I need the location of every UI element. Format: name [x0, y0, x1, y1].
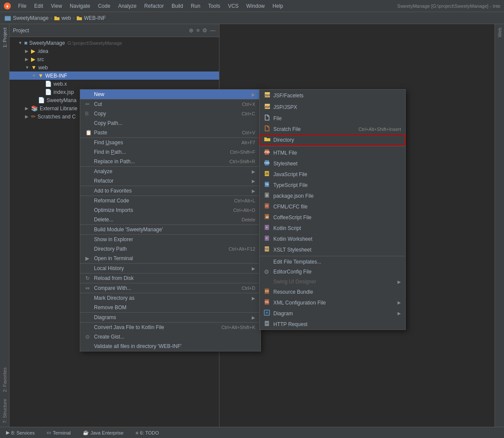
webinf-folder-icon: ▼ [38, 72, 44, 79]
menu-build[interactable]: Build [168, 2, 187, 10]
sub-xml[interactable]: XML XML Configuration File ▶ [260, 297, 405, 308]
java-enterprise-tab[interactable]: ☕ Java Enterprise [80, 429, 126, 436]
sub-pkg[interactable]: {} package.json File [260, 190, 405, 201]
tree-arrow-web: ▼ [25, 65, 31, 70]
ctx-show-explorer[interactable]: Show in Explorer [80, 234, 260, 244]
sub-html[interactable]: HTML HTML File [260, 147, 405, 158]
menu-window[interactable]: Window [243, 2, 268, 10]
ctx-remove-bom[interactable]: Remove BOM [80, 303, 260, 312]
ctx-paste[interactable]: 📋 Paste Ctrl+V [80, 128, 260, 137]
sub-jsf[interactable]: JSF JSF/Facelets [260, 90, 405, 101]
menu-view[interactable]: View [47, 2, 66, 10]
svg-text:JSF: JSF [264, 93, 271, 97]
ctx-new[interactable]: New ▶ [80, 90, 260, 99]
ctx-cut[interactable]: ✂ Cut Ctrl+X [80, 99, 260, 109]
favorites-tab[interactable]: 2: Favorites [1, 364, 9, 395]
sub-ts[interactable]: TS TypeScript File [260, 180, 405, 190]
project-tab[interactable]: 1: Project [1, 24, 9, 51]
web-tab[interactable]: Web [496, 24, 504, 40]
tree-item-webx[interactable]: 📄 web.x [9, 80, 219, 88]
ctx-copy[interactable]: ⎘ Copy Ctrl+C [80, 109, 260, 118]
ctx-diagrams[interactable]: Diagrams ▶ [80, 312, 260, 322]
ctx-compare[interactable]: ⇔ Compare With... Ctrl+D [80, 283, 260, 293]
sub-css[interactable]: CSS Stylesheet [260, 158, 405, 169]
sub-css-label: Stylesheet [273, 161, 401, 167]
ctx-local-history[interactable]: Local History ▶ [80, 263, 260, 273]
ctx-new-label: New [94, 91, 250, 97]
ctx-terminal[interactable]: ▶ Open in Terminal [80, 254, 260, 263]
menu-help[interactable]: Help [269, 2, 287, 10]
sub-html-label: HTML File [273, 150, 401, 156]
webx-file-icon: 📄 [45, 81, 52, 87]
menu-navigate[interactable]: Navigate [66, 2, 94, 10]
menu-refactor[interactable]: Refactor [141, 2, 167, 10]
ctx-validate[interactable]: Validate all files in directory 'WEB-INF… [80, 342, 260, 351]
filter-icon[interactable]: ≡ [196, 27, 200, 34]
sub-xslt[interactable]: XSL XSLT Stylesheet [260, 244, 405, 255]
tree-item-webinf[interactable]: ▼ ▼ WEB-INF [9, 71, 219, 80]
reload-icon: ↻ [85, 275, 94, 281]
sub-editorconfig[interactable]: ⚙ EditorConfig File [260, 267, 405, 277]
sub-jsp-label: JSP/JSPX [273, 104, 401, 110]
sub-js[interactable]: JS JavaScript File [260, 169, 405, 180]
minimize-icon[interactable]: — [210, 27, 216, 34]
tree-item-idea[interactable]: ▶ ▶ .idea [9, 47, 219, 55]
ctx-delete[interactable]: Delete... Delete [80, 215, 260, 224]
sub-kotlin-worksheet[interactable]: K Kotlin Worksheet [260, 233, 405, 244]
tree-item-web[interactable]: ▼ ▼ web [9, 63, 219, 71]
sub-file[interactable]: File [260, 113, 405, 124]
ctx-java-kotlin-shortcut: Ctrl+Alt+Shift+K [221, 325, 255, 330]
ctx-analyze[interactable]: Analyze ▶ [80, 166, 260, 176]
menu-tools[interactable]: Tools [205, 2, 224, 10]
ctx-dir-path[interactable]: Directory Path Ctrl+Alt+F12 [80, 244, 260, 254]
services-tab[interactable]: ▶ 8: Services [3, 429, 37, 436]
breadcrumb-webinf[interactable]: WEB-INF [84, 15, 106, 21]
sub-coffee[interactable]: ☕ CoffeeScript File [260, 212, 405, 223]
ctx-refactor[interactable]: Refactor ▶ [80, 176, 260, 186]
ctx-find-path[interactable]: Find in Path... Ctrl+Shift+F [80, 147, 260, 157]
tree-item-root[interactable]: ▼ ■ SweetyManage G:\project\SweetyManage [9, 39, 219, 47]
sub-scratch[interactable]: Scratch File Ctrl+Alt+Shift+Insert [260, 124, 405, 134]
sub-kotlin-script[interactable]: K Kotlin Script [260, 223, 405, 233]
tree-item-src[interactable]: ▶ ▶ src [9, 55, 219, 63]
ctx-build-module[interactable]: Build Module 'SweetyManage' [80, 224, 260, 234]
ctx-compare-label: Compare With... [94, 285, 233, 291]
ctx-java-kotlin[interactable]: Convert Java File to Kotlin File Ctrl+Al… [80, 322, 260, 332]
terminal-tab[interactable]: ▭ Terminal [44, 429, 73, 436]
ctx-mark-dir[interactable]: Mark Directory as ▶ [80, 293, 260, 303]
ctx-optimize[interactable]: Optimize Imports Ctrl+Alt+O [80, 205, 260, 215]
ctx-copy-path[interactable]: Copy Path... [80, 118, 260, 128]
breadcrumb-web[interactable]: web [62, 15, 71, 21]
jsp-icon: JSP [264, 103, 273, 111]
menu-run[interactable]: Run [188, 2, 204, 10]
ctx-replace-path[interactable]: Replace in Path... Ctrl+Shift+R [80, 157, 260, 166]
ctx-find-usages[interactable]: Find Usages Alt+F7 [80, 137, 260, 147]
menu-edit[interactable]: Edit [31, 2, 47, 10]
ctx-gist[interactable]: ⊙ Create Gist... [80, 332, 260, 342]
menu-code[interactable]: Code [94, 2, 114, 10]
sub-jsp[interactable]: JSP JSP/JSPX [260, 101, 405, 113]
sub-edit-templates[interactable]: Edit File Templates... [260, 257, 405, 267]
ctx-optimize-shortcut: Ctrl+Alt+O [233, 208, 255, 213]
ctx-reload[interactable]: ↻ Reload from Disk [80, 273, 260, 283]
structure-tab[interactable]: 7: Structure [1, 395, 9, 427]
sub-editorconfig-label: EditorConfig File [273, 269, 401, 275]
src-folder-icon: ▶ [31, 56, 35, 62]
ctx-reformat[interactable]: Reformat Code Ctrl+Alt+L [80, 196, 260, 205]
breadcrumb-sweetymanage[interactable]: SweetyManage [13, 15, 49, 21]
menu-file[interactable]: File [15, 2, 30, 10]
sub-cfml[interactable]: CF CFML/CFC file [260, 201, 405, 212]
todo-tab[interactable]: ≡ 6: TODO [133, 429, 161, 436]
ctx-validate-label: Validate all files in directory 'WEB-INF… [94, 343, 255, 349]
ctx-favorites[interactable]: Add to Favorites ▶ [80, 186, 260, 196]
menu-analyze[interactable]: Analyze [115, 2, 140, 10]
sub-http[interactable]: API HTTP Request [260, 319, 405, 329]
settings-icon[interactable]: ⚙ [202, 27, 207, 34]
globe-icon[interactable]: ⊕ [189, 27, 194, 34]
sub-resource[interactable]: RB Resource Bundle [260, 286, 405, 297]
sub-diagram[interactable]: Diagram ▶ [260, 308, 405, 319]
tree-label-indexjsp: index.jsp [53, 89, 74, 95]
menu-vcs[interactable]: VCS [225, 2, 242, 10]
sub-directory[interactable]: Directory [260, 134, 405, 145]
http-icon: API [264, 320, 273, 328]
